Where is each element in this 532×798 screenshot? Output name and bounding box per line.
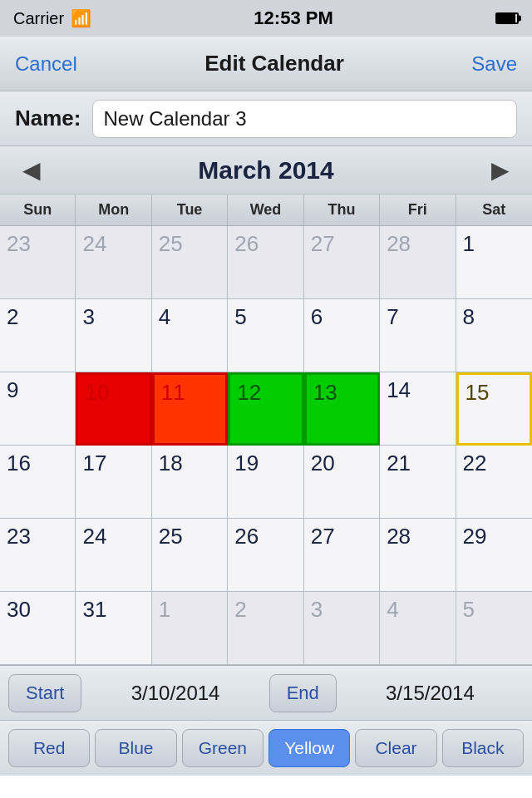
- calendar-day-cell[interactable]: 1: [456, 226, 532, 299]
- cell-number: 28: [387, 524, 411, 549]
- cell-number: 21: [387, 451, 411, 476]
- cell-number: 25: [159, 524, 183, 549]
- cell-number: 6: [311, 304, 323, 330]
- color-button-red[interactable]: Red: [8, 729, 90, 767]
- calendar-day-cell[interactable]: 24: [76, 519, 151, 592]
- color-button-yellow[interactable]: Yellow: [268, 729, 350, 767]
- calendar-day-cell[interactable]: 31: [76, 592, 151, 665]
- calendar-day-cell[interactable]: 8: [456, 299, 532, 372]
- day-of-week-header: SunMonTueWedThuFriSat: [0, 195, 532, 226]
- calendar-day-cell[interactable]: 16: [0, 446, 76, 519]
- cell-number: 12: [237, 380, 261, 406]
- calendar-day-cell[interactable]: 3: [76, 299, 151, 372]
- calendar-day-cell[interactable]: 12: [228, 372, 303, 446]
- calendar-day-cell[interactable]: 6: [304, 299, 380, 372]
- cell-number: 1: [159, 597, 170, 623]
- dow-cell: Wed: [228, 195, 303, 225]
- cell-number: 25: [159, 231, 183, 257]
- calendar-day-cell[interactable]: 5: [456, 592, 532, 665]
- cell-number: 2: [7, 304, 18, 330]
- calendar-day-cell[interactable]: 25: [152, 226, 228, 299]
- end-date-value: 3/15/2014: [337, 682, 524, 705]
- calendar-day-cell[interactable]: 18: [152, 446, 228, 519]
- color-button-clear[interactable]: Clear: [355, 729, 436, 767]
- cell-number: 14: [387, 377, 411, 403]
- calendar-day-cell[interactable]: 1: [152, 592, 228, 665]
- dow-cell: Tue: [152, 195, 228, 225]
- cancel-button[interactable]: Cancel: [15, 52, 77, 76]
- start-button[interactable]: Start: [8, 674, 81, 712]
- cell-number: 27: [311, 231, 335, 257]
- calendar-day-cell[interactable]: 5: [228, 299, 303, 372]
- cell-number: 15: [466, 380, 490, 406]
- cell-number: 17: [82, 451, 106, 476]
- calendar-day-cell[interactable]: 28: [380, 519, 456, 592]
- cell-number: 26: [234, 524, 259, 549]
- cell-number: 7: [387, 304, 398, 330]
- cell-number: 5: [234, 304, 246, 330]
- next-month-button[interactable]: ▶: [484, 156, 517, 184]
- calendar-day-cell[interactable]: 23: [0, 226, 76, 299]
- cell-number: 18: [159, 451, 183, 476]
- calendar-day-cell[interactable]: 19: [228, 446, 303, 519]
- cell-number: 8: [463, 304, 475, 330]
- cell-number: 19: [234, 451, 259, 476]
- calendar-day-cell[interactable]: 13: [304, 372, 380, 446]
- calendar-day-cell[interactable]: 3: [304, 592, 380, 665]
- cell-number: 3: [82, 304, 94, 330]
- calendar-day-cell[interactable]: 15: [456, 372, 532, 446]
- cell-number: 2: [234, 597, 246, 623]
- calendar-day-cell[interactable]: 2: [228, 592, 303, 665]
- cell-number: 28: [387, 231, 411, 257]
- calendar-name-input[interactable]: [92, 100, 517, 138]
- color-button-black[interactable]: Black: [442, 729, 524, 767]
- battery-icon: [495, 12, 519, 24]
- calendar-day-cell[interactable]: 27: [304, 519, 380, 592]
- cell-number: 4: [387, 597, 398, 623]
- cell-number: 16: [7, 451, 31, 476]
- calendar-day-cell[interactable]: 20: [304, 446, 380, 519]
- cell-number: 5: [463, 597, 475, 623]
- calendar-day-cell[interactable]: 17: [76, 446, 151, 519]
- cell-number: 27: [311, 524, 335, 549]
- dow-cell: Fri: [380, 195, 456, 225]
- end-button[interactable]: End: [269, 674, 337, 712]
- cell-number: 22: [463, 451, 487, 476]
- color-row: RedBlueGreenYellowClearBlack: [0, 721, 532, 776]
- color-button-green[interactable]: Green: [182, 729, 264, 767]
- calendar-day-cell[interactable]: 14: [380, 372, 456, 446]
- cell-number: 23: [7, 231, 31, 257]
- calendar-day-cell[interactable]: 11: [152, 372, 228, 446]
- calendar-day-cell[interactable]: 25: [152, 519, 228, 592]
- save-button[interactable]: Save: [471, 52, 517, 76]
- nav-bar: Cancel Edit Calendar Save: [0, 37, 532, 91]
- calendar-day-cell[interactable]: 26: [228, 226, 303, 299]
- calendar-day-cell[interactable]: 28: [380, 226, 456, 299]
- calendar-day-cell[interactable]: 24: [76, 226, 151, 299]
- color-button-blue[interactable]: Blue: [95, 729, 176, 767]
- cell-number: 4: [159, 304, 170, 330]
- calendar-day-cell[interactable]: 23: [0, 519, 76, 592]
- prev-month-button[interactable]: ◀: [15, 156, 48, 184]
- calendar-day-cell[interactable]: 22: [456, 446, 532, 519]
- calendar-day-cell[interactable]: 4: [152, 299, 228, 372]
- calendar-day-cell[interactable]: 2: [0, 299, 76, 372]
- calendar-day-cell[interactable]: 21: [380, 446, 456, 519]
- calendar-day-cell[interactable]: 30: [0, 592, 76, 665]
- cell-number: 20: [311, 451, 335, 476]
- calendar-day-cell[interactable]: 7: [380, 299, 456, 372]
- date-row: Start 3/10/2014 End 3/15/2014: [0, 666, 532, 721]
- cell-number: 31: [82, 597, 106, 623]
- calendar-day-cell[interactable]: 9: [0, 372, 76, 446]
- status-time: 12:53 PM: [91, 7, 495, 29]
- carrier-label: Carrier: [13, 9, 64, 28]
- calendar-day-cell[interactable]: 26: [228, 519, 303, 592]
- calendar-day-cell[interactable]: 4: [380, 592, 456, 665]
- month-title: March 2014: [198, 156, 333, 185]
- calendar-day-cell[interactable]: 29: [456, 519, 532, 592]
- cell-number: 13: [313, 380, 337, 406]
- calendar-day-cell[interactable]: 10: [76, 372, 151, 446]
- calendar-day-cell[interactable]: 27: [304, 226, 380, 299]
- dow-cell: Sun: [0, 195, 76, 225]
- cell-number: 11: [161, 380, 185, 406]
